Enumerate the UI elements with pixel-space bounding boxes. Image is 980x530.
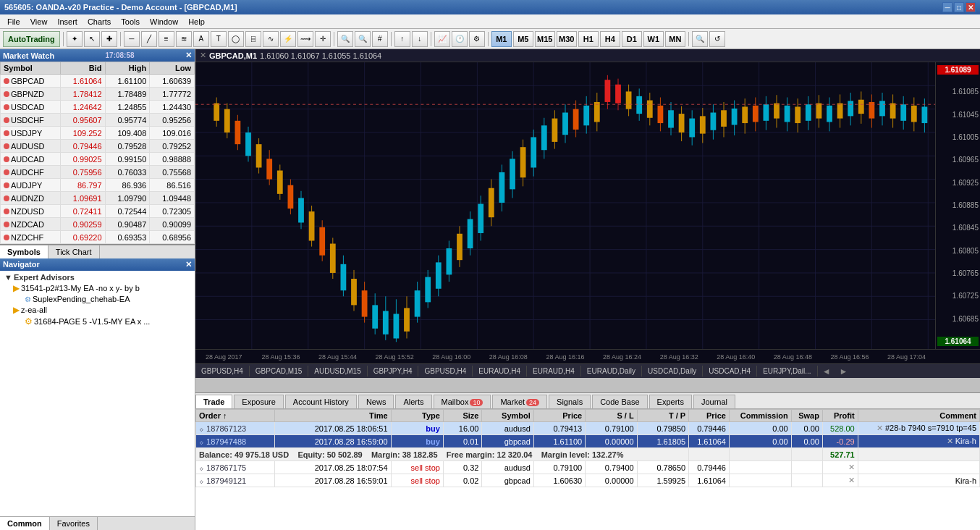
mw-symbol-7[interactable]: AUDCHF [1,166,61,179]
mw-symbol-3[interactable]: USDCHF [1,114,61,127]
mw-symbol-4[interactable]: USDJPY [1,127,61,140]
nav-tab-common[interactable]: Common [0,517,50,530]
menu-help[interactable]: Help [184,17,209,27]
nav-item-ea2[interactable]: ⚙ SuplexPending_chehab-EA [1,294,193,304]
symbol-tabs-next[interactable]: ► [835,365,853,378]
timeframe-h1[interactable]: H1 [578,31,599,47]
mw-symbol-2[interactable]: USDCAD [1,101,61,114]
toolbar-btn-7[interactable]: A [193,31,209,47]
toolbar-btn-12[interactable]: ⚡ [280,31,296,47]
timeframe-m15[interactable]: M15 [535,31,555,47]
table-row[interactable]: ⬦ 187867123 2017.08.25 18:06:51 buy 16.0… [196,422,980,435]
tab-alerts[interactable]: Alerts [395,395,431,408]
tab-journal[interactable]: Journal [693,395,735,408]
symbol-tab-6[interactable]: EURAUD,H4 [527,366,581,377]
symbol-tab-1[interactable]: GBPCAD,M15 [250,366,308,377]
toolbar-btn-line[interactable]: ─ [124,31,140,47]
market-watch-scroll[interactable]: Symbol Bid High Low GBPCAD 1.61064 1.611… [0,62,195,244]
close-order-icon[interactable]: ✕ [848,463,855,471]
close-button[interactable]: ✕ [966,2,976,12]
tab-account-history[interactable]: Account History [285,395,357,408]
mw-symbol-12[interactable]: NZDCHF [1,231,61,244]
toolbar-btn-5[interactable]: ≡ [159,31,174,47]
orders-scroll[interactable]: Order ↑ Time Type Size Symbol Price S / … [195,409,980,530]
toolbar-indicators[interactable]: 📈 [434,31,450,47]
menu-view[interactable]: View [26,17,52,27]
tab-mailbox[interactable]: Mailbox10 [434,395,491,408]
toolbar-btn-4[interactable]: ╱ [141,31,157,47]
table-row[interactable]: ⬦ 187949121 2017.08.28 16:59:01 sell sto… [196,474,980,487]
timeframe-d1[interactable]: D1 [622,31,642,47]
timeframe-m1[interactable]: M1 [491,31,512,47]
symbol-tab-10[interactable]: EURJPY,Dail... [757,366,818,377]
timeframe-h4[interactable]: H4 [600,31,620,47]
mw-symbol-0[interactable]: GBPCAD [1,75,61,88]
toolbar-btn-1[interactable]: ✦ [67,31,83,47]
timeframe-mn[interactable]: MN [665,31,685,47]
mw-symbol-8[interactable]: AUDJPY [1,179,61,192]
close-order-icon[interactable]: ✕ [947,437,953,445]
toolbar-btn-8[interactable]: T [211,31,227,47]
close-order-icon[interactable]: ✕ [876,424,883,432]
menu-window[interactable]: Window [145,17,182,27]
tab-signals[interactable]: Signals [549,395,591,408]
symbol-tabs-prev[interactable]: ◄ [818,365,835,378]
symbol-tab-4[interactable]: GBPUSD,H4 [418,366,473,377]
toolbar-chart1[interactable]: ↑ [394,31,410,47]
toolbar-btn-10[interactable]: ⌸ [245,31,261,47]
refresh-button[interactable]: ↺ [709,31,725,47]
timeframe-m5[interactable]: M5 [513,31,533,47]
menu-charts[interactable]: Charts [83,17,115,27]
zoom-in-button[interactable]: 🔍 [337,31,353,47]
mw-symbol-10[interactable]: NZDUSD [1,205,61,218]
nav-item-ea1[interactable]: ▶ 31541-p2#13-My EA -no x y- by b [1,282,193,294]
nav-tab-favorites[interactable]: Favorites [50,517,98,530]
tab-trade[interactable]: Trade [195,395,232,408]
mw-symbol-6[interactable]: AUDCAD [1,153,61,166]
chart-canvas[interactable] [195,62,935,349]
chart-close-icon[interactable]: ✕ [200,51,206,60]
symbol-tab-3[interactable]: GBPJPY,H4 [368,366,419,377]
tab-experts[interactable]: Experts [649,395,692,408]
market-watch-close-icon[interactable]: ✕ [185,51,192,60]
tab-news[interactable]: News [358,395,394,408]
toolbar-btn-9[interactable]: ◯ [228,31,244,47]
menu-file[interactable]: File [3,17,25,27]
title-bar-controls[interactable]: ─ □ ✕ [942,2,976,12]
nav-item-ea4[interactable]: ⚙ 31684-PAGE 5 -V1.5-MY EA x ... [1,316,193,327]
tab-codebase[interactable]: Code Base [592,395,647,408]
symbol-tab-9[interactable]: USDCAD,H4 [703,366,757,377]
toolbar-btn-11[interactable]: ∿ [263,31,279,47]
tab-market[interactable]: Market24 [492,395,547,408]
mw-symbol-5[interactable]: AUDUSD [1,140,61,153]
mw-symbol-11[interactable]: NZDCAD [1,218,61,231]
toolbar-btn-6[interactable]: ≋ [176,31,192,47]
timeframe-w1[interactable]: W1 [643,31,664,47]
minimize-button[interactable]: ─ [942,2,952,12]
toolbar-btn-2[interactable]: ↖ [84,31,100,47]
symbol-tab-5[interactable]: EURAUD,H4 [473,366,527,377]
toolbar-chart2[interactable]: ↓ [412,31,428,47]
nav-expert-advisors[interactable]: ▼ Expert Advisors [1,272,193,282]
menu-insert[interactable]: Insert [53,17,82,27]
symbol-tab-7[interactable]: EURAUD,Daily [581,366,642,377]
toolbar-btn-3[interactable]: ✚ [101,31,117,47]
table-row[interactable]: ⬦ 187947488 2017.08.28 16:59:00 buy 0.01… [196,435,980,448]
mw-tab-symbols[interactable]: Symbols [0,245,48,258]
maximize-button[interactable]: □ [954,2,964,12]
toolbar-clock[interactable]: 🕐 [452,31,468,47]
symbol-tab-2[interactable]: AUDUSD,M15 [308,366,367,377]
menu-tools[interactable]: Tools [117,17,144,27]
table-row[interactable]: ⬦ 187867175 2017.08.25 18:07:54 sell sto… [196,461,980,474]
zoom-out-button[interactable]: 🔍 [355,31,371,47]
toolbar-btn-fib[interactable]: ⟿ [297,31,313,47]
navigator-close-icon[interactable]: ✕ [185,260,192,269]
close-order-icon[interactable]: ✕ [848,476,855,484]
toolbar-btn-cross[interactable]: ✛ [315,31,331,47]
tab-exposure[interactable]: Exposure [234,395,283,408]
toolbar-grid[interactable]: # [372,31,388,47]
nav-item-ea3[interactable]: ▶ z-ea-all [1,304,193,316]
search-button[interactable]: 🔍 [692,31,708,47]
toolbar-settings[interactable]: ⚙ [469,31,485,47]
mw-symbol-1[interactable]: GBPNZD [1,88,61,101]
